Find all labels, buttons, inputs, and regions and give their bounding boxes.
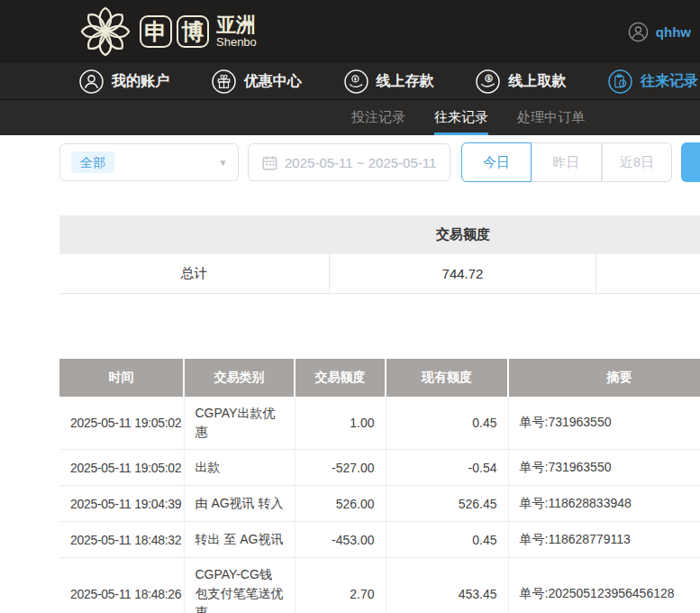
nav-item-online-withdraw[interactable]: $ 线上取款 [476,69,566,94]
nav-item-my-account[interactable]: 我的账户 [79,69,169,94]
cell-type: 转出 至 AG视讯 [184,522,295,558]
nav-label: 线上取款 [508,72,566,91]
cell-time: 2025-05-11 19:05:02 [59,450,184,486]
nav-label: 往来记录 [641,72,698,91]
col-header-time: 时间 [59,359,184,397]
records-icon [608,69,632,94]
cell-amount: -453.00 [295,522,386,558]
table-row: 2025-05-11 18:48:26 CGPAY-CG钱包支付笔笔送优惠 2.… [59,558,700,613]
deposit-icon [344,69,368,94]
table-row: 2025-05-11 19:04:39 由 AG视讯 转入 526.00 526… [59,486,700,522]
nav-item-transaction-records[interactable]: 往来记录 [608,69,698,94]
username: qhhw [656,24,691,40]
user-icon [79,69,104,94]
yesterday-button[interactable]: 昨日 [532,142,602,182]
cell-type: 由 AG视讯 转入 [184,486,295,522]
cell-summary: 单号:118628833948 [508,486,700,522]
date-range-picker[interactable]: 2025-05-11 ~ 2025-05-11 [248,143,450,181]
logo-region-en: Shenbo [216,36,257,49]
summary-header-row: 交易额度 [59,215,700,254]
cell-summary: 单号:731963550 [508,397,700,450]
filter-row: 全部 ▼ 2025-05-11 ~ 2025-05-11 今日 昨日 近8日 [59,142,700,182]
col-header-type: 交易类别 [184,359,295,397]
last-8-days-button[interactable]: 近8日 [602,142,672,182]
cell-summary: 单号:202505123956456128 [508,558,700,613]
summary-total-empty [596,254,700,293]
svg-text:$: $ [486,75,491,82]
summary-total-label: 总计 [59,254,330,293]
content: 全部 ▼ 2025-05-11 ~ 2025-05-11 今日 昨日 近8日 [59,142,700,613]
tab-betting-records[interactable]: 投注记录 [351,100,405,135]
table-row: 2025-05-11 19:05:02 出款 -527.00 -0.54 单号:… [59,450,700,486]
cell-type: 出款 [184,450,295,486]
calendar-icon [262,155,277,170]
col-header-summary: 摘要 [508,359,700,397]
records-table: 时间 交易类别 交易额度 现有额度 摘要 2025-05-11 19:05:02… [59,359,700,613]
cell-balance: 0.45 [386,522,508,558]
date-range-value: 2025-05-11 ~ 2025-05-11 [285,155,436,170]
summary-total-row: 总计 744.72 [59,254,700,294]
flower-logo-icon [79,5,132,58]
summary-total-value: 744.72 [330,254,596,293]
logo-char-bo: 博 [177,15,209,48]
cell-amount: 1.00 [295,397,386,450]
chevron-down-icon: ▼ [218,158,227,168]
main-nav: 我的账户 优惠中心 线上存款 $ 线上取款 [0,63,700,100]
summary-table: 交易额度 总计 744.72 [59,215,700,294]
cell-time: 2025-05-11 18:48:32 [59,522,184,558]
cell-amount: 2.70 [295,558,386,613]
brand-header: 申 博 亚洲 Shenbo qhhw [0,0,700,63]
logo-region: 亚洲 Shenbo [216,14,257,49]
tab-transaction-records[interactable]: 往来记录 [434,100,488,135]
gift-icon [212,69,236,94]
cell-balance: -0.54 [386,450,508,486]
tab-pending-orders[interactable]: 处理中订单 [517,100,585,135]
summary-header-amount: 交易额度 [330,226,596,243]
col-header-balance: 现有额度 [386,359,508,397]
nav-item-promotions[interactable]: 优惠中心 [212,69,302,94]
nav-label: 我的账户 [112,72,169,91]
table-row: 2025-05-11 19:05:02 CGPAY出款优惠 1.00 0.45 … [59,397,700,450]
logo-char-shen: 申 [140,15,172,48]
quick-date-group: 今日 昨日 近8日 [461,142,672,182]
withdraw-icon: $ [476,69,500,94]
record-tabs: 投注记录 往来记录 处理中订单 [0,100,700,135]
nav-label: 线上存款 [377,72,434,91]
col-header-amount: 交易额度 [295,359,386,397]
cell-type: CGPAY出款优惠 [184,397,295,450]
nav-item-online-deposit[interactable]: 线上存款 [344,69,434,94]
table-row: 2025-05-11 18:48:32 转出 至 AG视讯 -453.00 0.… [59,522,700,558]
cell-balance: 526.45 [386,486,508,522]
cell-amount: -527.00 [295,450,386,486]
cell-time: 2025-05-11 19:04:39 [59,486,184,522]
cell-balance: 453.45 [386,558,508,613]
cell-type: CGPAY-CG钱包支付笔笔送优惠 [184,558,295,613]
cell-time: 2025-05-11 19:05:02 [59,397,184,450]
type-select[interactable]: 全部 ▼ [59,143,239,181]
cell-summary: 单号:731963550 [508,450,700,486]
cell-summary: 单号:118628779113 [508,522,700,558]
nav-label: 优惠中心 [244,72,302,91]
cell-amount: 526.00 [295,486,386,522]
search-button[interactable] [681,142,700,182]
type-selected-tag[interactable]: 全部 [71,151,114,174]
avatar-icon [628,22,649,42]
cell-time: 2025-05-11 18:48:26 [59,558,184,613]
today-button[interactable]: 今日 [461,142,532,182]
logo-region-cn: 亚洲 [216,14,257,35]
user-menu[interactable]: qhhw [628,22,691,42]
records-header-row: 时间 交易类别 交易额度 现有额度 摘要 [59,359,700,397]
cell-balance: 0.45 [386,397,508,450]
